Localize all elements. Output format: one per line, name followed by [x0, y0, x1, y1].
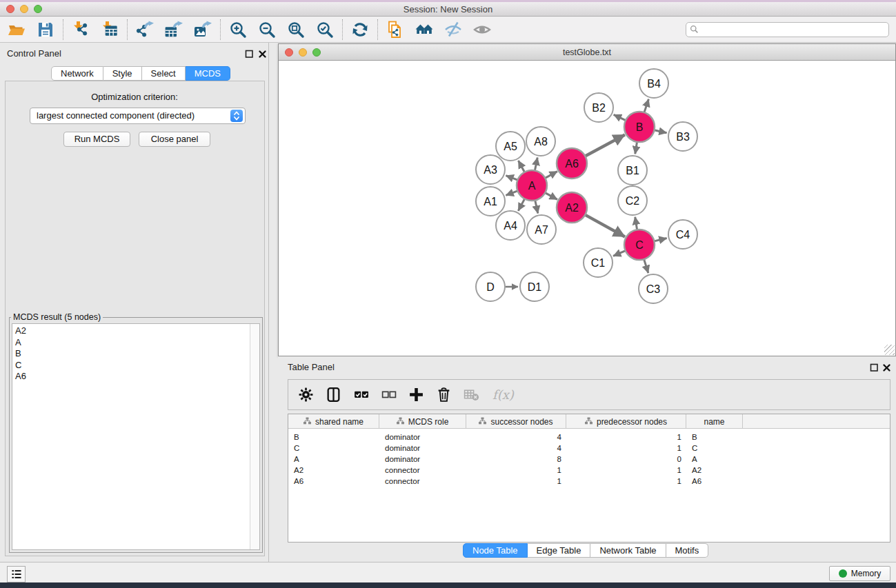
graph-node-D[interactable]: D — [476, 272, 505, 301]
graph-edge-B-B1[interactable] — [635, 142, 637, 154]
graph-node-B2[interactable]: B2 — [584, 93, 613, 122]
tab-network[interactable]: Network — [51, 66, 103, 81]
graph-edge-C-C2[interactable] — [635, 217, 637, 230]
search-input[interactable] — [686, 22, 889, 37]
import-network-icon[interactable] — [71, 20, 90, 39]
graph-node-C2[interactable]: C2 — [618, 186, 647, 215]
mcds-result-item[interactable]: A2 — [15, 325, 250, 337]
graph-edge-A-A5[interactable] — [518, 161, 524, 172]
delete-table-icon[interactable] — [464, 387, 479, 403]
graph-edge-A-A3[interactable] — [506, 176, 517, 181]
graph-node-C4[interactable]: C4 — [668, 220, 697, 249]
graph-edge-A-A8[interactable] — [535, 158, 537, 171]
run-mcds-button[interactable]: Run MCDS — [63, 132, 130, 147]
add-column-icon[interactable] — [408, 387, 424, 403]
table-close-panel-icon[interactable] — [882, 363, 891, 372]
graph-edge-A-A7[interactable] — [535, 200, 538, 213]
graph-edge-B-B4[interactable] — [644, 99, 648, 112]
close-panel-icon[interactable] — [258, 49, 267, 58]
graph-edge-A-A1[interactable] — [506, 191, 517, 196]
function-builder-icon[interactable]: f(x) — [492, 387, 514, 402]
graph-node-B[interactable]: B — [624, 112, 655, 142]
export-network-icon[interactable] — [135, 20, 155, 39]
graph-edge-A-A6[interactable] — [545, 172, 557, 179]
graph-node-C3[interactable]: C3 — [639, 274, 668, 303]
import-table-icon[interactable] — [100, 20, 119, 39]
graph-node-A6[interactable]: A6 — [557, 148, 587, 179]
mcds-result-item[interactable]: B — [15, 348, 250, 360]
tab-select[interactable]: Select — [142, 66, 186, 81]
table-row[interactable]: Adominator80A — [288, 454, 890, 465]
graph-node-C1[interactable]: C1 — [584, 248, 613, 277]
zoom-out-icon[interactable] — [257, 20, 277, 39]
graph-node-B1[interactable]: B1 — [618, 156, 647, 185]
graph-node-B4[interactable]: B4 — [639, 69, 668, 98]
home-view-icon[interactable] — [415, 20, 434, 39]
delete-column-icon[interactable] — [436, 387, 452, 403]
column-header-successor-nodes[interactable]: successor nodes — [466, 414, 566, 429]
graph-edge-B-B2[interactable] — [614, 114, 626, 120]
table-row[interactable]: Cdominator41C — [288, 443, 890, 454]
column-header-MCDS-role[interactable]: MCDS role — [379, 414, 466, 429]
tab-style[interactable]: Style — [103, 66, 142, 81]
tab-node-table[interactable]: Node Table — [463, 543, 528, 558]
task-history-button[interactable] — [7, 566, 26, 582]
float-panel-icon[interactable] — [245, 49, 254, 58]
graph-node-A2[interactable]: A2 — [557, 192, 587, 223]
export-image-icon[interactable] — [193, 20, 212, 39]
tab-mcds[interactable]: MCDS — [186, 66, 230, 81]
resize-grip-icon[interactable] — [884, 345, 895, 355]
graph-node-A[interactable]: A — [517, 170, 547, 201]
zoom-selected-icon[interactable] — [315, 20, 335, 39]
graph-edge-A6-B[interactable] — [585, 134, 625, 156]
mcds-result-item[interactable]: A6 — [15, 371, 250, 383]
graph-node-A3[interactable]: A3 — [476, 155, 505, 184]
settings-icon[interactable] — [298, 387, 314, 403]
column-header-name[interactable]: name — [686, 414, 743, 429]
mcds-result-item[interactable]: C — [15, 360, 250, 372]
save-session-icon[interactable] — [36, 20, 55, 39]
column-header-shared-name[interactable]: shared name — [288, 414, 379, 429]
table-row[interactable]: Bdominator41B — [288, 432, 890, 443]
window-titlebar[interactable]: Session: New Session — [0, 2, 896, 17]
graph-node-A8[interactable]: A8 — [526, 127, 555, 156]
memory-button[interactable]: Memory — [829, 566, 890, 581]
graph-node-C[interactable]: C — [624, 230, 655, 260]
graph-node-A5[interactable]: A5 — [496, 132, 525, 161]
graph-edge-C-C1[interactable] — [613, 251, 626, 256]
criterion-dropdown[interactable]: largest connected component (directed) — [30, 108, 246, 124]
table-float-panel-icon[interactable] — [870, 363, 879, 372]
mcds-result-list[interactable]: A2ABCA6 — [12, 323, 260, 550]
network-window-titlebar[interactable]: testGlobe.txt — [279, 44, 895, 61]
graph-node-B3[interactable]: B3 — [668, 122, 697, 151]
mcds-result-item[interactable]: A — [15, 337, 250, 349]
column-manager-icon[interactable] — [326, 387, 341, 403]
show-hidden-icon[interactable] — [472, 20, 492, 39]
graph-edge-A-A4[interactable] — [518, 199, 524, 210]
table-row[interactable]: A6connector11A6 — [288, 476, 890, 487]
graph-edge-B-B3[interactable] — [654, 130, 666, 133]
graph-edge-C-C3[interactable] — [644, 259, 648, 273]
hide-selected-icon[interactable] — [444, 20, 463, 39]
graph-node-A1[interactable]: A1 — [476, 187, 505, 216]
node-table[interactable]: shared nameMCDS rolesuccessor nodesprede… — [288, 414, 890, 543]
graph-node-A4[interactable]: A4 — [496, 211, 525, 240]
zoom-in-icon[interactable] — [228, 20, 248, 39]
graph-node-D1[interactable]: D1 — [520, 272, 549, 301]
select-all-columns-icon[interactable] — [353, 387, 369, 403]
table-row[interactable]: A2connector11A2 — [288, 465, 890, 476]
network-canvas[interactable]: AA1A2A3A4A5A6A7A8BB1B2B3B4CC1C2C3C4DD1 — [279, 61, 895, 356]
column-header-predecessor-nodes[interactable]: predecessor nodes — [566, 414, 686, 429]
close-panel-button[interactable]: Close panel — [139, 132, 210, 147]
network-documents-icon[interactable] — [386, 20, 405, 39]
export-table-icon[interactable] — [164, 20, 183, 39]
graph-node-A7[interactable]: A7 — [527, 215, 556, 244]
open-session-icon[interactable] — [7, 20, 26, 39]
deselect-all-columns-icon[interactable] — [381, 387, 397, 403]
tab-edge-table[interactable]: Edge Table — [528, 543, 591, 558]
mcds-result-scrollbar[interactable] — [250, 324, 259, 549]
tab-motifs[interactable]: Motifs — [666, 543, 709, 558]
graph-edge-C-C4[interactable] — [654, 239, 666, 241]
graph-edge-A2-C[interactable] — [585, 215, 625, 237]
tab-network-table[interactable]: Network Table — [590, 543, 666, 558]
